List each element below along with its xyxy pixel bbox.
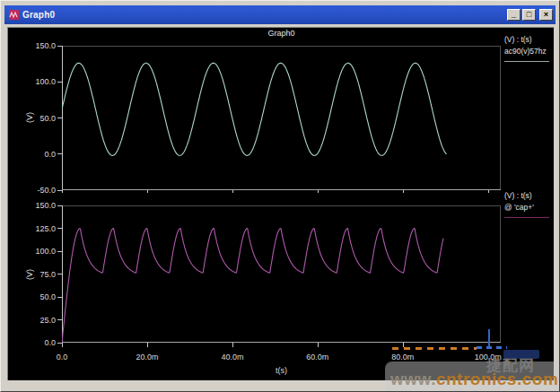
- maximize-button[interactable]: □: [522, 9, 536, 21]
- grapher-window: Graph0 _ □ × Graph0 (V) (V) t(s) (V) : t…: [0, 0, 560, 392]
- y-tick-mark: [57, 251, 62, 252]
- trace-sine: [62, 63, 446, 155]
- y-tick-label: 125.0: [24, 224, 56, 233]
- watermark-dashes-orange: [392, 347, 477, 350]
- x-tick-mark: [147, 343, 148, 347]
- legend-bottom-trace-label: @ 'cap+': [504, 203, 555, 213]
- x-tick-mark: [147, 190, 148, 193]
- y-tick-mark: [57, 205, 62, 206]
- x-tick-mark: [62, 190, 63, 193]
- title-bar[interactable]: Graph0 _ □ ×: [4, 5, 556, 24]
- y-tick-label: 100.0: [24, 247, 56, 256]
- y-tick-mark: [57, 297, 62, 298]
- y-tick-mark: [57, 118, 62, 118]
- x-tick-label: 20.0m: [127, 353, 167, 362]
- x-tick-mark: [318, 343, 319, 347]
- watermark-url: www.cntronics.com: [390, 370, 558, 389]
- x-tick-mark: [488, 190, 489, 193]
- x-tick-mark: [318, 190, 319, 193]
- watermark-line-blue: [488, 329, 490, 347]
- chart-title: Graph0: [62, 29, 501, 38]
- legend-bottom: (V) : t(s) @ 'cap+': [504, 191, 555, 218]
- watermark-url-prefix: www.: [390, 370, 436, 388]
- y-tick-mark: [57, 82, 62, 83]
- graph-icon: [9, 10, 19, 20]
- minimize-button[interactable]: _: [507, 9, 521, 21]
- x-tick-label: 40.0m: [213, 353, 252, 362]
- y-tick-label: 0.0: [24, 150, 56, 159]
- legend-top-color-sample: [504, 61, 549, 62]
- y-tick-mark: [57, 153, 62, 154]
- legend-top: (V) : t(s) ac90(v)57hz: [504, 35, 555, 62]
- window-title: Graph0: [22, 10, 507, 20]
- x-tick-mark: [232, 343, 233, 347]
- plot-border: [63, 206, 501, 343]
- y-tick-label: 0.0: [24, 338, 56, 347]
- legend-bottom-color-sample: [504, 217, 549, 218]
- y-tick-label: 25.0: [24, 316, 56, 325]
- trace-rectified_ripple: [62, 229, 443, 344]
- watermark-dashes-blue: [477, 346, 507, 349]
- x-tick-label: 80.0m: [383, 353, 423, 362]
- y-tick-label: 50.0: [24, 292, 56, 301]
- y-tick-label: -50.0: [24, 186, 56, 195]
- close-button[interactable]: ×: [539, 9, 553, 21]
- y-tick-mark: [57, 274, 62, 274]
- bottom-plot-ripple: [62, 205, 501, 343]
- top-plot-sine: [62, 46, 501, 190]
- y-tick-label: 75.0: [24, 270, 56, 279]
- legend-top-header: (V) : t(s): [504, 35, 555, 45]
- y-tick-mark: [57, 46, 62, 47]
- window-controls: _ □ ×: [507, 9, 553, 21]
- y-tick-label: 50.0: [24, 114, 56, 123]
- x-tick-label: 60.0m: [298, 353, 337, 362]
- y-tick-label: 150.0: [24, 41, 56, 50]
- watermark-url-rest: cntronics.com: [436, 370, 558, 388]
- y-tick-mark: [57, 319, 62, 320]
- x-tick-mark: [232, 190, 233, 193]
- y-tick-label: 100.0: [24, 77, 56, 86]
- x-tick-label: 0.0: [42, 353, 82, 362]
- y-tick-mark: [57, 228, 62, 229]
- legend-top-trace-label: ac90(v)57hz: [504, 47, 555, 57]
- x-tick-mark: [403, 190, 404, 193]
- legend-bottom-header: (V) : t(s): [504, 191, 555, 201]
- x-tick-mark: [62, 343, 63, 347]
- y-tick-label: 150.0: [24, 201, 56, 210]
